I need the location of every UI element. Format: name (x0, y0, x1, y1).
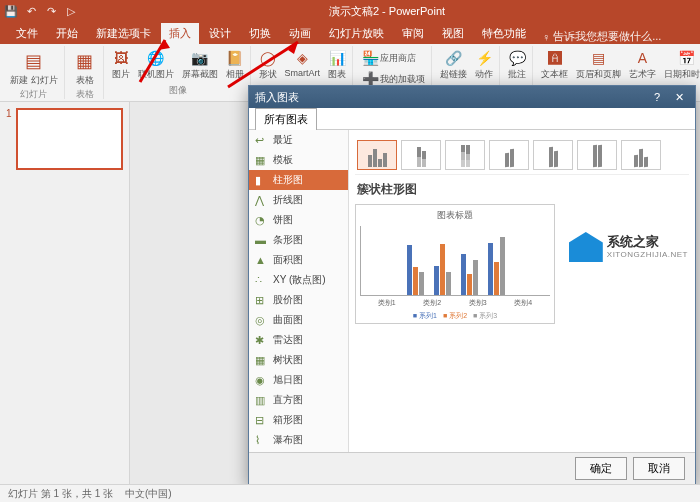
preview-chart-title: 图表标题 (360, 209, 550, 222)
subtype-3d-stacked[interactable] (533, 140, 573, 170)
category-label: 柱形图 (273, 173, 303, 187)
chart-category-0[interactable]: ↩最近 (249, 130, 348, 150)
group-label: 幻灯片 (20, 88, 47, 101)
chart-category-13[interactable]: ▥直方图 (249, 390, 348, 410)
chart-category-9[interactable]: ◎曲面图 (249, 310, 348, 330)
textbox-button[interactable]: 🅰文本框 (539, 48, 570, 82)
smartart-button[interactable]: ◈SmartArt (283, 48, 323, 79)
category-icon: ▦ (255, 154, 269, 167)
redo-icon[interactable]: ↷ (44, 4, 58, 18)
subtype-3d-100stacked[interactable] (577, 140, 617, 170)
chart-category-11[interactable]: ▦树状图 (249, 350, 348, 370)
wordart-button[interactable]: А艺术字 (627, 48, 658, 82)
category-label: XY (散点图) (273, 273, 326, 287)
preview-bars (360, 226, 550, 296)
picture-icon: 🖼 (112, 49, 130, 67)
subtype-name: 簇状柱形图 (355, 175, 689, 204)
dialog-tab-all[interactable]: 所有图表 (255, 108, 317, 130)
tab-custom[interactable]: 新建选项卡 (88, 23, 159, 44)
table-icon: ▦ (73, 49, 97, 73)
subtype-3d-column[interactable] (621, 140, 661, 170)
thumbnail-slide-1[interactable]: 1 (6, 108, 123, 170)
chart-category-1[interactable]: ▦模板 (249, 150, 348, 170)
chart-button[interactable]: 📊图表 (326, 48, 348, 82)
photo-album-button[interactable]: 📔相册 (224, 48, 246, 82)
comment-button[interactable]: 💬批注 (506, 48, 528, 82)
chart-category-8[interactable]: ⊞股价图 (249, 290, 348, 310)
comment-icon: 💬 (508, 49, 526, 67)
new-slide-button[interactable]: ▤新建 幻灯片 (8, 48, 60, 88)
group-slides: ▤新建 幻灯片 幻灯片 (4, 46, 65, 99)
category-icon: ▥ (255, 394, 269, 407)
chart-category-list: ↩最近▦模板▮柱形图⋀折线图◔饼图▬条形图▲面积图∴XY (散点图)⊞股价图◎曲… (249, 130, 349, 452)
shapes-button[interactable]: ◯形状 (257, 48, 279, 82)
subtype-clustered[interactable] (357, 140, 397, 170)
group-images: 🖼图片 🌐联机图片 📷屏幕截图 📔相册 图像 (106, 46, 251, 99)
chart-category-12[interactable]: ◉旭日图 (249, 370, 348, 390)
start-slideshow-icon[interactable]: ▷ (64, 4, 78, 18)
tab-features[interactable]: 特色功能 (474, 23, 534, 44)
tab-design[interactable]: 设计 (201, 23, 239, 44)
category-icon: ◉ (255, 374, 269, 387)
category-label: 面积图 (273, 253, 303, 267)
tab-view[interactable]: 视图 (434, 23, 472, 44)
subtype-100stacked[interactable] (445, 140, 485, 170)
shapes-icon: ◯ (259, 49, 277, 67)
hyperlink-button[interactable]: 🔗超链接 (438, 48, 469, 82)
lightbulb-icon: ♀ (542, 31, 550, 43)
tell-me[interactable]: ♀ 告诉我您想要做什么... (542, 29, 661, 44)
undo-icon[interactable]: ↶ (24, 4, 38, 18)
group-tables: ▦表格 表格 (67, 46, 104, 99)
date-icon: 📅 (678, 49, 696, 67)
save-icon[interactable]: 💾 (4, 4, 18, 18)
tab-insert[interactable]: 插入 (161, 23, 199, 44)
action-button[interactable]: ⚡动作 (473, 48, 495, 82)
dialog-close-icon[interactable]: ✕ (669, 91, 689, 104)
screenshot-icon: 📷 (191, 49, 209, 67)
insert-chart-dialog: 插入图表 ? ✕ 所有图表 ↩最近▦模板▮柱形图⋀折线图◔饼图▬条形图▲面积图∴… (248, 85, 696, 485)
tab-home[interactable]: 开始 (48, 23, 86, 44)
chart-category-5[interactable]: ▬条形图 (249, 230, 348, 250)
datetime-button[interactable]: 📅日期和时间 (662, 48, 700, 82)
category-icon: ▬ (255, 234, 269, 246)
ok-button[interactable]: 确定 (575, 457, 627, 480)
group-label: 表格 (76, 88, 94, 101)
table-button[interactable]: ▦表格 (71, 48, 99, 88)
chart-category-2[interactable]: ▮柱形图 (249, 170, 348, 190)
subtype-3d-clustered[interactable] (489, 140, 529, 170)
category-icon: ↩ (255, 134, 269, 147)
online-pictures-button[interactable]: 🌐联机图片 (136, 48, 176, 82)
new-slide-icon: ▤ (22, 49, 46, 73)
status-bar: 幻灯片 第 1 张，共 1 张 中文(中国) (0, 484, 700, 502)
tell-me-text: 告诉我您想要做什么... (553, 29, 661, 44)
action-icon: ⚡ (475, 49, 493, 67)
chart-category-15[interactable]: ⌇瀑布图 (249, 430, 348, 450)
dialog-help-icon[interactable]: ? (647, 91, 667, 104)
store-button[interactable]: 🏪应用商店 (359, 48, 418, 68)
tab-slideshow[interactable]: 幻灯片放映 (321, 23, 392, 44)
chart-category-14[interactable]: ⊟箱形图 (249, 410, 348, 430)
tab-review[interactable]: 审阅 (394, 23, 432, 44)
category-label: 树状图 (273, 353, 303, 367)
tab-file[interactable]: 文件 (8, 23, 46, 44)
quick-access-toolbar: 💾 ↶ ↷ ▷ (4, 4, 78, 18)
tab-transitions[interactable]: 切换 (241, 23, 279, 44)
category-icon: ◔ (255, 214, 269, 227)
chart-category-4[interactable]: ◔饼图 (249, 210, 348, 230)
chart-category-7[interactable]: ∴XY (散点图) (249, 270, 348, 290)
pictures-button[interactable]: 🖼图片 (110, 48, 132, 82)
chart-category-10[interactable]: ✱雷达图 (249, 330, 348, 350)
header-footer-button[interactable]: ▤页眉和页脚 (574, 48, 623, 82)
tab-animations[interactable]: 动画 (281, 23, 319, 44)
cancel-button[interactable]: 取消 (633, 457, 685, 480)
category-icon: ⊟ (255, 414, 269, 427)
textbox-icon: 🅰 (546, 49, 564, 67)
link-icon: 🔗 (445, 49, 463, 67)
subtype-stacked[interactable] (401, 140, 441, 170)
chart-category-3[interactable]: ⋀折线图 (249, 190, 348, 210)
dialog-titlebar: 插入图表 ? ✕ (249, 86, 695, 108)
screenshot-button[interactable]: 📷屏幕截图 (180, 48, 220, 82)
chart-category-6[interactable]: ▲面积图 (249, 250, 348, 270)
category-label: 雷达图 (273, 333, 303, 347)
dialog-tabstrip: 所有图表 (249, 108, 695, 130)
